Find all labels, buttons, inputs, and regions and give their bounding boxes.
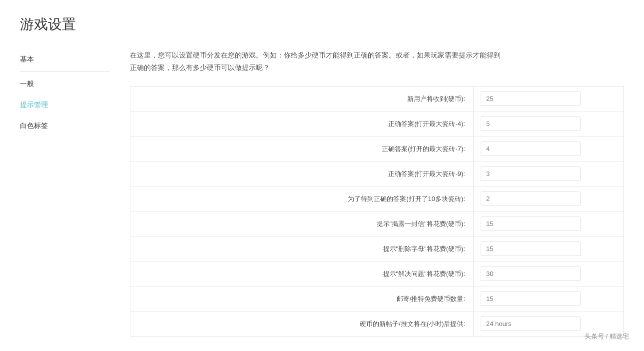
settings-label-coin-post-hours: 硬币的新帖子/推文将在(小时)后提供: [130, 312, 474, 336]
settings-label-hint-solve-puzzle: 提示"解决问题"将花费(硬币): [130, 262, 474, 286]
settings-row-mail-free-coins: 邮寄/推特免费硬币数量: [130, 286, 624, 312]
settings-row-correct-answer-4: 正确答案(打开最大瓷砖-4): [130, 112, 624, 136]
settings-row-hint-solve-puzzle: 提示"解决问题"将花费(硬币): [130, 262, 624, 286]
settings-row-hint-remove-letter: 提示"删除字母"将花费(硬币): [130, 236, 624, 262]
settings-value-hint-reveal-letter [474, 212, 624, 236]
settings-row-hint-reveal-letter: 提示"揭露一封信"将花费(硬币): [130, 212, 624, 236]
settings-label-correct-answer-9: 正确答案(打开最大瓷砖-9): [130, 162, 474, 186]
sidebar-item-white-label[interactable]: 白色标签 [20, 116, 110, 136]
settings-row-correct-answer-7: 正确答案(打开的最大瓷砖-7): [130, 136, 624, 162]
settings-value-correct-answer-7 [474, 136, 624, 161]
settings-value-correct-answer-10 [474, 186, 624, 211]
settings-row-coin-post-hours: 硬币的新帖子/推文将在(小时)后提供: [130, 312, 624, 336]
settings-label-mail-free-coins: 邮寄/推特免费硬币数量: [130, 286, 474, 311]
sidebar-item-general[interactable]: 一般 [20, 74, 110, 94]
settings-label-correct-answer-10: 为了得到正确的答案(打开了10多块瓷砖): [130, 186, 474, 211]
settings-input-hint-remove-letter[interactable] [481, 242, 581, 256]
settings-input-correct-answer-4[interactable] [481, 116, 581, 131]
settings-input-mail-free-coins[interactable] [481, 292, 581, 306]
settings-input-hint-reveal-letter[interactable] [481, 216, 581, 231]
settings-input-hint-solve-puzzle[interactable] [481, 266, 581, 281]
settings-value-hint-remove-letter [474, 236, 624, 261]
settings-input-correct-answer-7[interactable] [481, 142, 581, 156]
settings-value-correct-answer-9 [474, 162, 624, 186]
settings-table: 新用户将收到(硬币):正确答案(打开最大瓷砖-4):正确答案(打开的最大瓷砖-7… [130, 86, 624, 336]
settings-value-correct-answer-4 [474, 112, 624, 136]
settings-input-correct-answer-10[interactable] [481, 192, 581, 206]
watermark-text: 头条号 / 精选宅 [585, 332, 629, 341]
description-line1: 在这里，您可以设置硬币分发在您的游戏。例如：你给多少硬币才能得到正确的答案。或者… [130, 49, 624, 62]
sidebar-item-hint-management[interactable]: 提示管理 [20, 94, 110, 116]
settings-label-hint-reveal-letter: 提示"揭露一封信"将花费(硬币): [130, 212, 474, 236]
sidebar: 基本一般提示管理白色标签 [20, 49, 120, 336]
settings-value-new-user-coins [474, 86, 624, 111]
settings-input-coin-post-hours[interactable] [481, 316, 581, 331]
description: 在这里，您可以设置硬币分发在您的游戏。例如：你给多少硬币才能得到正确的答案。或者… [130, 49, 624, 74]
settings-value-mail-free-coins [474, 286, 624, 311]
settings-label-new-user-coins: 新用户将收到(硬币): [130, 86, 474, 111]
settings-label-correct-answer-4: 正确答案(打开最大瓷砖-4): [130, 112, 474, 136]
main-content: 在这里，您可以设置硬币分发在您的游戏。例如：你给多少硬币才能得到正确的答案。或者… [120, 49, 624, 336]
settings-row-new-user-coins: 新用户将收到(硬币): [130, 86, 624, 112]
sidebar-item-basic[interactable]: 基本 [20, 49, 110, 72]
settings-row-correct-answer-10: 为了得到正确的答案(打开了10多块瓷砖): [130, 186, 624, 212]
page-title: 游戏设置 [20, 15, 624, 34]
description-line2: 正确的答案，那么有多少硬币可以做提示呢？ [130, 62, 624, 74]
settings-row-correct-answer-9: 正确答案(打开最大瓷砖-9): [130, 162, 624, 186]
settings-label-hint-remove-letter: 提示"删除字母"将花费(硬币): [130, 236, 474, 261]
settings-label-correct-answer-7: 正确答案(打开的最大瓷砖-7): [130, 136, 474, 161]
settings-input-new-user-coins[interactable] [481, 92, 581, 106]
settings-value-hint-solve-puzzle [474, 262, 624, 286]
settings-input-correct-answer-9[interactable] [481, 166, 581, 181]
